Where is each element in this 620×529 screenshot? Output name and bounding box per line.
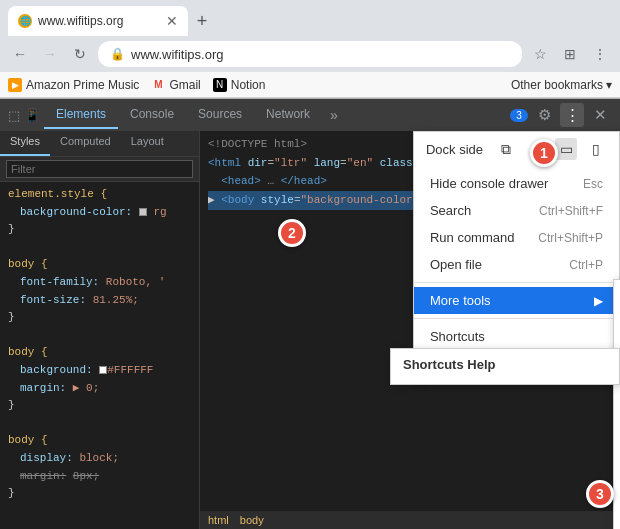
menu-search[interactable]: Search Ctrl+Shift+F (414, 197, 619, 224)
bookmark-button[interactable]: ☆ (528, 42, 552, 66)
menu-more-tools[interactable]: More tools ▶ (414, 287, 619, 314)
device-toggle-icon[interactable]: 📱 (24, 108, 40, 123)
menu-section-2: More tools ▶ (414, 283, 619, 319)
address-bar[interactable]: 🔒 www.wifitips.org (98, 41, 522, 67)
main-dropdown-menu: Dock side ⧉ ▯ ▭ ▯ Hide console drawer Es… (413, 131, 620, 382)
css-block-4: body { display: block; margin: 8px; } (8, 432, 191, 502)
html-breadcrumb: html body (200, 511, 620, 529)
dock-bottom-icon[interactable]: ▭ (555, 138, 577, 160)
back-button[interactable]: ← (8, 42, 32, 66)
address-text: www.wifitips.org (131, 47, 223, 62)
other-bookmarks-label: Other bookmarks (511, 78, 603, 92)
bookmark-amazon[interactable]: ▶ Amazon Prime Music (8, 78, 139, 92)
shortcut-help-box: Shortcuts Help (390, 348, 620, 385)
new-tab-button[interactable]: + (190, 9, 214, 33)
css-block-2: body { font-family: Roboto, ' font-size:… (8, 256, 191, 326)
css-block-3: body { background: #FFFFFF margin: ▶ 0; … (8, 344, 191, 414)
reload-button[interactable]: ↻ (68, 42, 92, 66)
annotation-badge-1: 1 (530, 139, 558, 167)
console-badge: 3 (510, 109, 528, 122)
tab-sources[interactable]: Sources (186, 101, 254, 129)
search-label: Search (430, 203, 471, 218)
open-file-label: Open file (430, 257, 482, 272)
devtools-container: ⬚ 📱 Elements Console Sources Network » 3… (0, 99, 620, 529)
tab-network[interactable]: Network (254, 101, 322, 129)
dock-side-row: Dock side ⧉ ▯ ▭ ▯ (414, 132, 619, 166)
annotation-badge-3: 3 (586, 480, 614, 508)
submenu-issues[interactable]: Issues (614, 415, 620, 442)
submenu-js-profiler[interactable]: JavaScript Profiler (614, 442, 620, 469)
breadcrumb-html[interactable]: html (208, 514, 229, 526)
more-tabs-button[interactable]: » (322, 101, 346, 129)
shortcuts-label: Shortcuts (430, 329, 485, 344)
settings-icon[interactable]: ⚙ (532, 103, 556, 127)
inspect-icon[interactable]: ⬚ (8, 108, 20, 123)
submenu-media[interactable]: Media (614, 496, 620, 523)
active-tab[interactable]: 🌐 www.wifitips.org ✕ (8, 6, 188, 36)
submenu-memory-inspector[interactable]: Memory Inspector (614, 523, 620, 529)
css-subtabs: Styles Computed Layout (0, 131, 199, 157)
menu-open-file[interactable]: Open file Ctrl+P (414, 251, 619, 278)
devtools-toolbar-right: 3 ⚙ ⋮ ✕ (510, 103, 616, 127)
submenu-layers[interactable]: Layers (614, 469, 620, 496)
address-bar-row: ← → ↻ 🔒 www.wifitips.org ☆ ⊞ ⋮ (0, 36, 620, 72)
amazon-favicon: ▶ (8, 78, 22, 92)
more-tools-submenu: Animations Changes Coverage CSS Overview… (613, 279, 620, 529)
layout-subtab[interactable]: Layout (121, 131, 174, 156)
dock-right-icon[interactable]: ▯ (585, 138, 607, 160)
chevron-down-icon: ▾ (606, 78, 612, 92)
run-command-label: Run command (430, 230, 515, 245)
hide-console-label: Hide console drawer (430, 176, 549, 191)
gmail-favicon: M (151, 78, 165, 92)
css-filter-input[interactable] (6, 160, 193, 178)
css-block-1: element.style { background-color: rg } (8, 186, 191, 239)
menu-run-command[interactable]: Run command Ctrl+Shift+P (414, 224, 619, 251)
extensions-button[interactable]: ⊞ (558, 42, 582, 66)
tab-favicon: 🌐 (18, 14, 32, 28)
submenu-animations[interactable]: Animations (614, 280, 620, 307)
menu-hide-console[interactable]: Hide console drawer Esc (414, 170, 619, 197)
css-panel: Styles Computed Layout element.style { b… (0, 131, 200, 529)
tab-close-button[interactable]: ✕ (166, 13, 178, 29)
hide-console-shortcut: Esc (583, 177, 603, 191)
amazon-label: Amazon Prime Music (26, 78, 139, 92)
tab-bar: 🌐 www.wifitips.org ✕ + (0, 0, 620, 36)
more-options-icon[interactable]: ⋮ (560, 103, 584, 127)
tab-console[interactable]: Console (118, 101, 186, 129)
forward-button[interactable]: → (38, 42, 62, 66)
tab-title: www.wifitips.org (38, 14, 123, 28)
notion-favicon: N (213, 78, 227, 92)
menu-section-1: Hide console drawer Esc Search Ctrl+Shif… (414, 166, 619, 283)
css-filter-area (0, 157, 199, 182)
bookmarks-bar: ▶ Amazon Prime Music M Gmail N Notion Ot… (0, 72, 620, 98)
submenu-changes[interactable]: Changes (614, 307, 620, 334)
other-bookmarks[interactable]: Other bookmarks ▾ (511, 78, 612, 92)
css-content: element.style { background-color: rg } b… (0, 182, 199, 529)
search-shortcut: Ctrl+Shift+F (539, 204, 603, 218)
open-file-shortcut: Ctrl+P (569, 258, 603, 272)
color-swatch-1 (139, 208, 147, 216)
shortcut-help-title: Shortcuts Help (403, 357, 607, 372)
run-command-shortcut: Ctrl+Shift+P (538, 231, 603, 245)
dropdown-overlay: Dock side ⧉ ▯ ▭ ▯ Hide console drawer Es… (413, 131, 620, 382)
notion-label: Notion (231, 78, 266, 92)
more-tools-arrow-icon: ▶ (594, 294, 603, 308)
bookmark-notion[interactable]: N Notion (213, 78, 266, 92)
menu-shortcuts[interactable]: Shortcuts (414, 323, 619, 350)
computed-subtab[interactable]: Computed (50, 131, 121, 156)
menu-button[interactable]: ⋮ (588, 42, 612, 66)
breadcrumb-separator (233, 514, 236, 526)
browser-chrome: 🌐 www.wifitips.org ✕ + ← → ↻ 🔒 www.wifit… (0, 0, 620, 99)
bookmark-gmail[interactable]: M Gmail (151, 78, 200, 92)
tab-elements[interactable]: Elements (44, 101, 118, 129)
dock-side-label: Dock side (426, 142, 483, 157)
annotation-badge-2: 2 (278, 219, 306, 247)
gmail-label: Gmail (169, 78, 200, 92)
styles-subtab[interactable]: Styles (0, 131, 50, 156)
breadcrumb-body[interactable]: body (240, 514, 264, 526)
dock-undock-icon[interactable]: ⧉ (495, 138, 517, 160)
close-devtools-button[interactable]: ✕ (588, 103, 612, 127)
submenu-dev-resources[interactable]: Developer Resources (614, 388, 620, 415)
devtools-tab-bar: ⬚ 📱 Elements Console Sources Network » 3… (0, 99, 620, 131)
more-tools-label: More tools (430, 293, 491, 308)
